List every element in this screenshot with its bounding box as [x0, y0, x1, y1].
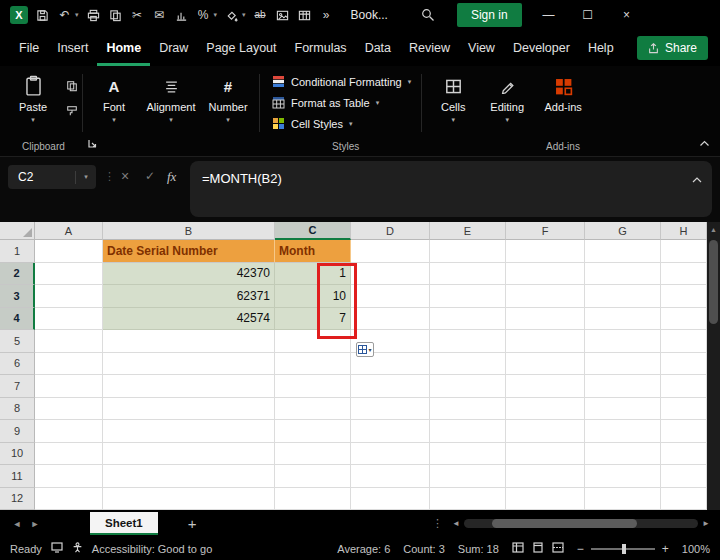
cell-C4[interactable]: 7 [275, 308, 351, 331]
cell-F7[interactable] [506, 375, 585, 398]
zoom-out-button[interactable]: − [577, 542, 584, 556]
scroll-right-icon[interactable]: ► [702, 519, 710, 528]
cell-F5[interactable] [506, 330, 585, 353]
page-layout-view-icon[interactable] [532, 542, 544, 555]
cell-G7[interactable] [585, 375, 661, 398]
strikethrough-icon[interactable]: ab [253, 6, 268, 24]
cell-B6[interactable] [103, 353, 275, 376]
cell-F9[interactable] [506, 420, 585, 443]
copy-small-icon[interactable] [66, 78, 78, 93]
cell-H4[interactable] [661, 308, 707, 331]
cell-C7[interactable] [275, 375, 351, 398]
menu-tab-page-layout[interactable]: Page Layout [197, 33, 285, 66]
close-button[interactable]: × [615, 8, 639, 22]
menu-tab-data[interactable]: Data [356, 33, 400, 66]
vertical-scroll-thumb[interactable] [709, 240, 718, 324]
scroll-left-icon[interactable]: ◄ [452, 519, 460, 528]
new-sheet-button[interactable]: + [188, 515, 197, 532]
clipboard-dialog-launcher-icon[interactable] [88, 134, 97, 152]
cell-A2[interactable] [35, 263, 103, 286]
percent-style-icon[interactable]: % [196, 6, 211, 24]
mail-icon[interactable]: ✉ [152, 6, 167, 24]
cell-B3[interactable]: 62371 [103, 285, 275, 308]
cell-H7[interactable] [661, 375, 707, 398]
search-icon[interactable] [421, 6, 436, 24]
column-header-H[interactable]: H [661, 222, 707, 240]
row-header-10[interactable]: 10 [0, 443, 35, 466]
percent-chevron-icon[interactable]: ▾ [214, 11, 218, 19]
row-header-4[interactable]: 4 [0, 308, 35, 331]
cell-A11[interactable] [35, 465, 103, 488]
cell-G3[interactable] [585, 285, 661, 308]
cell-F4[interactable] [506, 308, 585, 331]
copy-icon[interactable] [108, 6, 123, 24]
cell-E4[interactable] [430, 308, 506, 331]
menu-tab-home[interactable]: Home [97, 33, 150, 66]
cell-A12[interactable] [35, 488, 103, 511]
menu-tab-developer[interactable]: Developer [504, 33, 579, 66]
name-box-chevron-icon[interactable]: ▾ [76, 173, 96, 181]
cell-G11[interactable] [585, 465, 661, 488]
zoom-slider-thumb[interactable] [622, 544, 626, 554]
cell-B2[interactable]: 42370 [103, 263, 275, 286]
cell-B5[interactable] [103, 330, 275, 353]
cell-D12[interactable] [351, 488, 430, 511]
select-all-button[interactable] [0, 222, 35, 240]
zoom-slider[interactable] [591, 548, 655, 550]
cell-H11[interactable] [661, 465, 707, 488]
cell-G4[interactable] [585, 308, 661, 331]
cell-C6[interactable] [275, 353, 351, 376]
cell-E3[interactable] [430, 285, 506, 308]
cell-G1[interactable] [585, 240, 661, 263]
column-header-B[interactable]: B [103, 222, 275, 240]
scroll-up-icon[interactable]: ▲ [707, 222, 720, 236]
alignment-group-button[interactable]: Alignment ▾ [141, 74, 201, 124]
cell-D4[interactable] [351, 308, 430, 331]
sheet-nav-prev-icon[interactable]: ◄ [8, 519, 26, 529]
minimize-button[interactable]: — [537, 8, 561, 22]
cell-B11[interactable] [103, 465, 275, 488]
cell-E12[interactable] [430, 488, 506, 511]
cell-D11[interactable] [351, 465, 430, 488]
cell-H2[interactable] [661, 263, 707, 286]
zoom-level[interactable]: 100% [682, 543, 710, 555]
cell-A3[interactable] [35, 285, 103, 308]
conditional-formatting-button[interactable]: Conditional Formatting ▾ [272, 75, 411, 88]
cell-E9[interactable] [430, 420, 506, 443]
cell-A6[interactable] [35, 353, 103, 376]
cells-group-button[interactable]: Cells ▾ [426, 74, 480, 124]
page-break-view-icon[interactable] [552, 542, 564, 555]
cell-D10[interactable] [351, 443, 430, 466]
column-header-E[interactable]: E [430, 222, 506, 240]
cell-C11[interactable] [275, 465, 351, 488]
cell-G6[interactable] [585, 353, 661, 376]
zoom-in-button[interactable]: + [662, 542, 669, 556]
cell-C2[interactable]: 1 [275, 263, 351, 286]
collapse-ribbon-icon[interactable] [699, 133, 710, 151]
cell-D3[interactable] [351, 285, 430, 308]
menu-tab-insert[interactable]: Insert [48, 33, 97, 66]
column-header-C[interactable]: C [275, 222, 351, 240]
sheet-tab-sheet1[interactable]: Sheet1 [90, 512, 158, 535]
menu-tab-help[interactable]: Help [579, 33, 623, 66]
cell-styles-button[interactable]: Cell Styles ▾ [272, 117, 411, 130]
cell-H5[interactable] [661, 330, 707, 353]
cell-A8[interactable] [35, 398, 103, 421]
cell-D7[interactable] [351, 375, 430, 398]
cell-B8[interactable] [103, 398, 275, 421]
collapse-formula-bar-icon[interactable] [692, 171, 702, 186]
format-as-table-button[interactable]: Format as Table ▾ [272, 96, 411, 109]
row-header-1[interactable]: 1 [0, 240, 35, 263]
vertical-scrollbar[interactable]: ▲ [707, 222, 720, 510]
chart-icon[interactable] [174, 6, 189, 24]
sheet-nav-next-icon[interactable]: ► [26, 519, 44, 529]
cell-F12[interactable] [506, 488, 585, 511]
row-header-8[interactable]: 8 [0, 398, 35, 421]
excel-logo-icon[interactable]: X [10, 6, 28, 24]
accessibility-status[interactable]: Accessibility: Good to go [92, 543, 212, 555]
cell-D9[interactable] [351, 420, 430, 443]
macro-record-icon[interactable] [51, 542, 63, 555]
insert-function-icon[interactable]: fx [167, 169, 176, 185]
cell-G2[interactable] [585, 263, 661, 286]
print-icon[interactable] [86, 6, 101, 24]
